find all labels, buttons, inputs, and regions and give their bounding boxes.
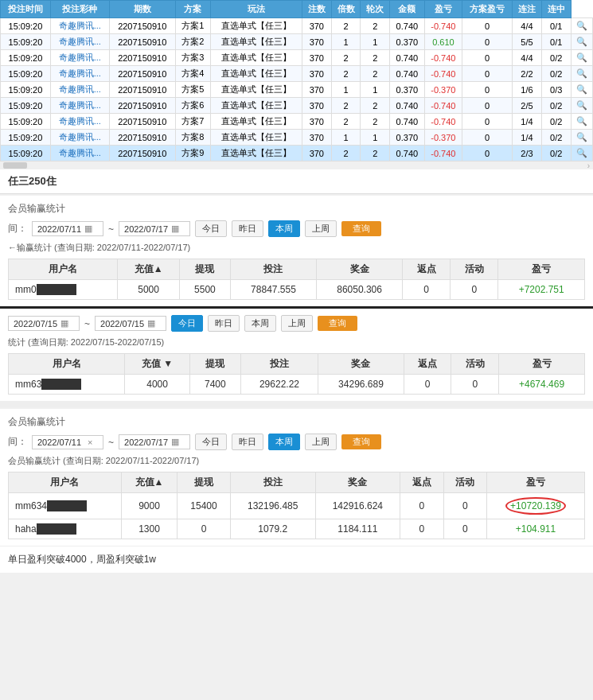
search-icon-cell[interactable]: 🔍 (571, 66, 592, 82)
table-cell: 2 (331, 114, 361, 130)
btn-this-week-2[interactable]: 本周 (244, 315, 276, 332)
stats-cell: 7400 (190, 375, 241, 395)
search-icon-cell[interactable]: 🔍 (571, 18, 592, 34)
table-cell: 方案4 (175, 66, 210, 82)
scroll-thumb[interactable] (3, 162, 27, 169)
calendar-icon-6: ▦ (171, 437, 179, 447)
table-cell[interactable]: 奇趣腾讯... (50, 66, 109, 82)
btn-query-3[interactable]: 查询 (341, 434, 381, 449)
date-from-value-1: 2022/07/11 (37, 224, 81, 234)
stats-col-header[interactable]: 充值▲ (118, 259, 180, 280)
btn-today-1[interactable]: 今日 (195, 220, 227, 237)
btn-last-week-2[interactable]: 上周 (281, 315, 313, 332)
stats-section-3: 会员输赢统计 间： 2022/07/11 × ~ 2022/07/17 ▦ 今日… (0, 409, 593, 546)
table-row[interactable]: 15:09:20奇趣腾讯...2207150910方案2直选单式【任三】3701… (1, 34, 593, 50)
close-icon-3[interactable]: × (88, 438, 92, 447)
stats-cell: 0 (178, 519, 231, 539)
table-cell: 15:09:20 (1, 98, 51, 114)
table-cell: 15:09:20 (1, 66, 51, 82)
btn-last-week-3[interactable]: 上周 (305, 434, 337, 450)
table-cell: 直选单式【任三】 (210, 146, 302, 161)
stats-col-header: 用户名 (9, 259, 118, 280)
date-to-input-2[interactable]: 2022/07/15 ▦ (95, 316, 166, 331)
stats-cell: 0 (403, 280, 451, 300)
search-icon-cell[interactable]: 🔍 (571, 34, 592, 50)
stats-col-header[interactable]: 充值 ▼ (125, 354, 190, 375)
table-cell[interactable]: 奇趣腾讯... (50, 82, 109, 98)
date-from-input-3[interactable]: 2022/07/11 × (32, 435, 103, 449)
table-cell: 15:09:20 (1, 82, 51, 98)
table-row[interactable]: 15:09:20奇趣腾讯...2207150910方案8直选单式【任三】3701… (1, 130, 593, 146)
table-cell: 0 (462, 98, 513, 114)
date-from-input-1[interactable]: 2022/07/11 ▦ (32, 221, 103, 236)
date-to-input-1[interactable]: 2022/07/17 ▦ (119, 221, 190, 236)
btn-this-week-3[interactable]: 本周 (268, 434, 300, 450)
stats-col-header[interactable]: 充值▲ (121, 472, 177, 493)
stats-col-header: 投注 (230, 259, 316, 280)
table-cell[interactable]: 奇趣腾讯... (50, 130, 109, 146)
table-cell: 370 (302, 34, 331, 50)
table-cell: 0 (462, 66, 513, 82)
table-cell[interactable]: 奇趣腾讯... (50, 50, 109, 66)
date-to-input-3[interactable]: 2022/07/17 ▦ (119, 434, 190, 449)
btn-today-3[interactable]: 今日 (195, 434, 227, 450)
table-cell: -0.740 (424, 66, 462, 82)
stats-table-2: 用户名充值 ▼提现投注奖金返点活动盈亏 mm63 4000740029622.2… (8, 353, 585, 395)
table-cell[interactable]: 奇趣腾讯... (50, 114, 109, 130)
table-cell: 1/6 (513, 82, 542, 98)
table-row[interactable]: 15:09:20奇趣腾讯...2207150910方案7直选单式【任三】3702… (1, 114, 593, 130)
search-icon-cell[interactable]: 🔍 (571, 98, 592, 114)
calendar-icon-4: ▦ (147, 318, 155, 329)
query-period-3: 会员输赢统计 (查询日期: 2022/07/11-2022/07/17) (8, 455, 585, 467)
btn-yesterday-2[interactable]: 昨日 (208, 315, 240, 332)
table-cell: 1 (361, 130, 390, 146)
stats-section-3-label: 会员输赢统计 (8, 415, 585, 429)
col-header: 方案盈亏 (462, 1, 513, 18)
btn-yesterday-1[interactable]: 昨日 (232, 220, 263, 237)
table-cell: -0.740 (424, 146, 462, 161)
stats-row[interactable]: mm634 900015400132196.485142916.62400+10… (9, 493, 585, 519)
table-row[interactable]: 15:09:20奇趣腾讯...2207150910方案9直选单式【任三】3702… (1, 146, 593, 161)
stats-col-header: 盈亏 (486, 472, 584, 493)
stats-cell: 0 (451, 375, 499, 395)
stats-cell: 1079.2 (230, 519, 315, 539)
stats-row[interactable]: mm63 4000740029622.2234296.68900+4674.46… (9, 375, 585, 395)
search-icon-cell[interactable]: 🔍 (571, 146, 592, 161)
stats-cell: 0 (443, 519, 486, 539)
stats-col-header: 用户名 (9, 472, 122, 493)
table-row[interactable]: 15:09:20奇趣腾讯...2207150910方案6直选单式【任三】3702… (1, 98, 593, 114)
search-icon-cell[interactable]: 🔍 (571, 130, 592, 146)
calendar-icon-1: ▦ (84, 224, 92, 234)
table-cell: 1/4 (513, 114, 542, 130)
stats-row[interactable]: haha 130001079.21184.11100+104.911 (9, 519, 585, 539)
table-row[interactable]: 15:09:20奇趣腾讯...2207150910方案4直选单式【任三】3702… (1, 66, 593, 82)
table-cell[interactable]: 奇趣腾讯... (50, 34, 109, 50)
table-cell: 2207150910 (109, 130, 175, 146)
btn-query-2[interactable]: 查询 (318, 316, 357, 331)
search-icon-cell[interactable]: 🔍 (571, 82, 592, 98)
btn-last-week-1[interactable]: 上周 (305, 220, 337, 237)
btn-query-1[interactable]: 查询 (341, 221, 381, 236)
search-icon-cell[interactable]: 🔍 (571, 114, 592, 130)
table-cell: 15:09:20 (1, 50, 51, 66)
table-cell: 4/4 (513, 50, 542, 66)
btn-yesterday-3[interactable]: 昨日 (232, 434, 263, 450)
table-row[interactable]: 15:09:20奇趣腾讯...2207150910方案5直选单式【任三】3701… (1, 82, 593, 98)
table-cell: 方案3 (175, 50, 210, 66)
table-cell: 0/1 (541, 34, 571, 50)
stats-row[interactable]: mm0 5000550078847.55586050.30600+7202.75… (9, 280, 585, 300)
btn-this-week-1[interactable]: 本周 (268, 220, 300, 237)
table-cell: 2207150910 (109, 50, 175, 66)
date-from-input-2[interactable]: 2022/07/15 ▦ (8, 316, 80, 331)
scroll-right-indicator: › (587, 161, 590, 170)
table-row[interactable]: 15:09:20奇趣腾讯...2207150910方案1直选单式【任三】3702… (1, 18, 593, 34)
table-row[interactable]: 15:09:20奇趣腾讯...2207150910方案3直选单式【任三】3702… (1, 50, 593, 66)
table-cell[interactable]: 奇趣腾讯... (50, 18, 109, 34)
table-cell[interactable]: 奇趣腾讯... (50, 98, 109, 114)
table-cell: 2207150910 (109, 66, 175, 82)
btn-today-2[interactable]: 今日 (171, 315, 203, 332)
yingkui-cell: +10720.139 (486, 493, 584, 519)
horizontal-scrollbar[interactable]: › (0, 161, 593, 169)
search-icon-cell[interactable]: 🔍 (571, 50, 592, 66)
table-cell[interactable]: 奇趣腾讯... (50, 146, 109, 161)
